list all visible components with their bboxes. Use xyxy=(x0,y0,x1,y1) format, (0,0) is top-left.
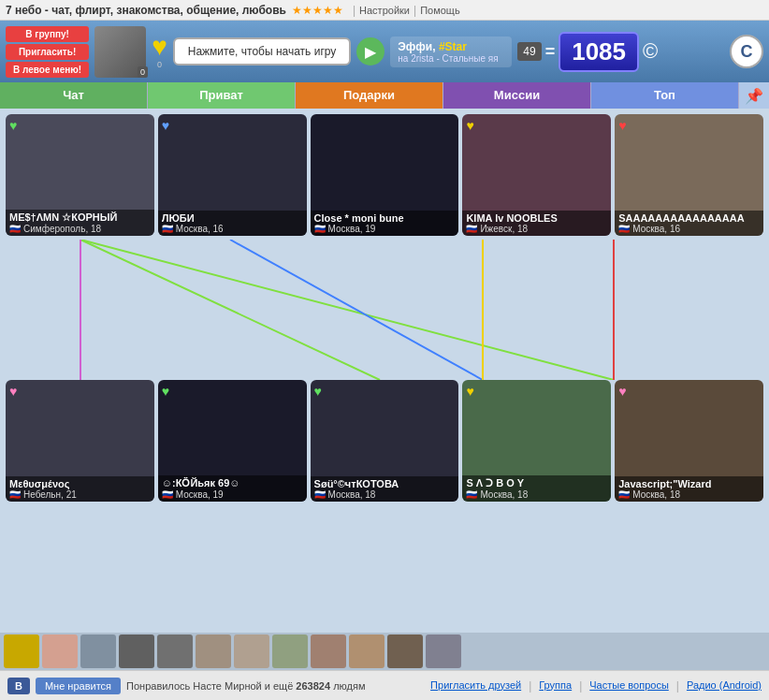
flag-icon: 🇷🇺 xyxy=(162,489,173,500)
invite-friends-link[interactable]: Пригласить друзей xyxy=(430,679,521,693)
join-group-button[interactable]: В группу! xyxy=(6,26,89,42)
heart-box: ♥ 0 xyxy=(152,34,167,69)
card-heart-icon: ♥ xyxy=(162,118,169,133)
flag-icon: 🇷🇺 xyxy=(9,489,21,500)
flag-icon: 🇷🇺 xyxy=(162,224,173,234)
flag-icon: 🇷🇺 xyxy=(618,224,630,234)
group-link[interactable]: Группа xyxy=(539,679,572,693)
tab-chat[interactable]: Чат xyxy=(0,82,148,109)
thumbnail[interactable] xyxy=(4,634,39,668)
card-location: 🇷🇺Москва, 18 xyxy=(314,489,456,500)
card-heart-icon: ♥ xyxy=(466,118,473,133)
card-location: 🇷🇺Москва, 16 xyxy=(162,224,303,234)
profile-card[interactable]: ♥MЕ$†ΛMN ☆КОРНЫЙ🇷🇺Симферополь, 18 xyxy=(6,114,154,236)
card-location: 🇷🇺Ижевск, 18 xyxy=(466,224,607,234)
card-username: KIMA lv NOOBLES xyxy=(466,212,607,224)
score-number: 49 xyxy=(517,42,541,61)
heart-icon: ♥ xyxy=(152,34,167,60)
tab-privat[interactable]: Приват xyxy=(148,82,296,109)
equals-sign: = xyxy=(545,42,556,62)
big-score: 1085 xyxy=(559,32,639,72)
card-username: Μεθυσμένος xyxy=(9,478,151,489)
card-username: ЛЮБИ xyxy=(162,212,303,224)
thumbnail[interactable] xyxy=(157,634,193,668)
card-username: MЕ$†ΛMN ☆КОРНЫЙ xyxy=(9,211,151,224)
settings-link[interactable]: Настройки xyxy=(359,5,410,16)
topbar: 7 небо - чат, флирт, знакомства, общение… xyxy=(0,0,769,21)
liked-text: Понравилось Насте Мирной и ещё 263824 лю… xyxy=(126,680,425,692)
footer: В Мне нравится Понравилось Насте Мирной … xyxy=(0,670,769,700)
card-location: 🇷🇺Москва, 19 xyxy=(314,224,456,234)
thumbnail[interactable] xyxy=(80,634,116,668)
thumbnail[interactable] xyxy=(272,634,308,668)
play-button[interactable]: ▶ xyxy=(356,37,384,66)
profile-card[interactable]: ♥Søü°©чтКОТОВА🇷🇺Москва, 18 xyxy=(311,380,459,502)
card-heart-icon: ♥ xyxy=(618,118,626,133)
thumbnail[interactable] xyxy=(311,634,346,668)
svg-line-1 xyxy=(80,240,614,380)
bottom-cards-grid: ♥Μεθυσμένος🇷🇺Небельн, 21♥☺:КӦЙьяк 69☺🇷🇺М… xyxy=(6,380,763,502)
action-buttons: В группу! Пригласить! В левое меню! xyxy=(6,26,89,78)
flag-icon: 🇷🇺 xyxy=(9,224,21,234)
help-link[interactable]: Помощь xyxy=(420,5,460,16)
avatar-wrapper: 0 xyxy=(94,26,146,78)
thumbnail[interactable] xyxy=(387,634,423,668)
card-location: 🇷🇺Симферополь, 18 xyxy=(9,224,151,234)
start-game-button[interactable]: Нажмите, чтобы начать игру xyxy=(173,37,352,66)
thumbnail[interactable] xyxy=(119,634,154,668)
card-username: ☺:КӦЙьяк 69☺ xyxy=(162,477,303,489)
card-heart-icon: ♥ xyxy=(9,118,17,133)
thumbnail[interactable] xyxy=(426,634,461,668)
profile-card[interactable]: ♥S Λ Ↄ B O Y🇷🇺Москва, 18 xyxy=(462,380,611,502)
flag-icon: 🇷🇺 xyxy=(314,489,326,500)
lines-area xyxy=(6,240,763,380)
user-name-line: Эффи, #Star xyxy=(398,40,504,53)
svg-line-2 xyxy=(230,240,483,380)
card-username: Søü°©чтКОТОВА xyxy=(314,478,456,489)
flag-icon: 🇷🇺 xyxy=(314,224,326,234)
score-box: 49 = 1085 © xyxy=(517,32,658,72)
logo: C xyxy=(730,35,763,68)
card-location: 🇷🇺Москва, 16 xyxy=(618,224,760,234)
profile-card[interactable]: ♥Μεθυσμένος🇷🇺Небельн, 21 xyxy=(6,380,154,502)
header: В группу! Пригласить! В левое меню! 0 ♥ … xyxy=(0,21,769,82)
tab-missions[interactable]: Миссии xyxy=(443,82,591,109)
invite-button[interactable]: Пригласить! xyxy=(6,44,89,60)
card-location: 🇷🇺Москва, 18 xyxy=(466,489,607,500)
profile-card[interactable]: ♥KIMA lv NOOBLES🇷🇺Ижевск, 18 xyxy=(462,114,611,236)
card-username: Close * moni bune xyxy=(314,212,456,224)
radio-link[interactable]: Радио (Android) xyxy=(687,679,762,693)
thumbnail[interactable] xyxy=(349,634,384,668)
profile-card[interactable]: Close * moni bune🇷🇺Москва, 19 xyxy=(311,114,459,236)
navtabs: Чат Приват Подарки Миссии Топ 📌 xyxy=(0,82,769,109)
thumbnail-strip xyxy=(0,633,769,670)
badge-count: 0 xyxy=(138,66,148,78)
tab-gifts[interactable]: Подарки xyxy=(296,82,443,109)
star-rating: ★★★★★ xyxy=(292,4,343,17)
tab-top[interactable]: Топ xyxy=(591,82,739,109)
thumbnail[interactable] xyxy=(196,634,231,668)
svg-line-0 xyxy=(80,240,380,380)
profile-card[interactable]: ♥SAAAAAAAAAAAAAAAA🇷🇺Москва, 16 xyxy=(615,114,763,236)
left-menu-button[interactable]: В левое меню! xyxy=(6,62,89,78)
profile-card[interactable]: ♥☺:КӦЙьяк 69☺🇷🇺Москва, 19 xyxy=(158,380,307,502)
thumbnail[interactable] xyxy=(42,634,78,668)
profile-card[interactable]: ♥Javascript;"Wizard🇷🇺Москва, 18 xyxy=(615,380,763,502)
like-button[interactable]: Мне нравится xyxy=(36,678,121,694)
site-title: 7 небо - чат, флирт, знакомства, общение… xyxy=(6,4,286,17)
flag-icon: 🇷🇺 xyxy=(466,224,477,234)
user-info: Эффи, #Star на 2rista - Стальные яя xyxy=(390,36,512,67)
card-username: Javascript;"Wizard xyxy=(618,478,760,489)
card-username: S Λ Ↄ B O Y xyxy=(466,477,607,489)
pin-icon[interactable]: 📌 xyxy=(739,87,769,105)
facebook-button[interactable]: В xyxy=(7,678,30,694)
faq-link[interactable]: Частые вопросы xyxy=(589,679,669,693)
card-location: 🇷🇺Москва, 19 xyxy=(162,489,303,500)
thumbnail[interactable] xyxy=(234,634,269,668)
connections-svg xyxy=(6,240,763,380)
profile-card[interactable]: ♥ЛЮБИ🇷🇺Москва, 16 xyxy=(158,114,307,236)
user-subtitle: на 2rista - Стальные яя xyxy=(398,53,504,64)
card-heart-icon: ♥ xyxy=(618,384,626,399)
coin-icon: © xyxy=(643,39,658,64)
flag-icon: 🇷🇺 xyxy=(466,489,477,500)
